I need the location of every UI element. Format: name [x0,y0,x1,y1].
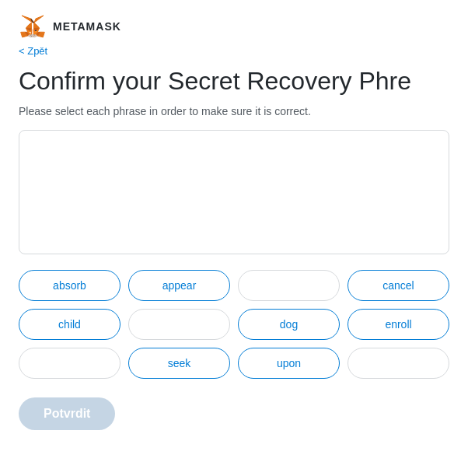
page-title: Confirm your Secret Recovery Phre [19,66,449,96]
word-btn-child[interactable]: child [19,309,120,340]
confirm-button[interactable]: Potvrdit [19,397,115,430]
word-btn-dog[interactable]: dog [238,309,340,340]
subtitle: Please select each phrase in order to ma… [19,105,449,117]
word-slot-empty [238,270,340,301]
word-btn-absorb[interactable]: absorb [19,270,120,301]
word-slot-empty [128,309,230,340]
metamask-logo [19,12,47,40]
svg-marker-26 [31,35,34,37]
app-header: METAMASK [19,12,449,40]
phrase-drop-zone [19,130,449,254]
word-slot-empty [19,348,120,379]
svg-marker-0 [34,16,44,23]
back-link[interactable]: < Zpět [19,45,47,57]
word-grid: absorbappearcancelchilddogenrollseekupon [19,270,449,379]
word-btn-cancel[interactable]: cancel [348,270,449,301]
word-slot-empty [348,348,449,379]
word-btn-enroll[interactable]: enroll [348,309,449,340]
svg-marker-4 [26,23,32,29]
word-btn-upon[interactable]: upon [238,348,340,379]
word-btn-seek[interactable]: seek [128,348,230,379]
svg-marker-5 [34,23,40,29]
word-btn-appear[interactable]: appear [128,270,230,301]
brand-name: METAMASK [53,20,121,33]
